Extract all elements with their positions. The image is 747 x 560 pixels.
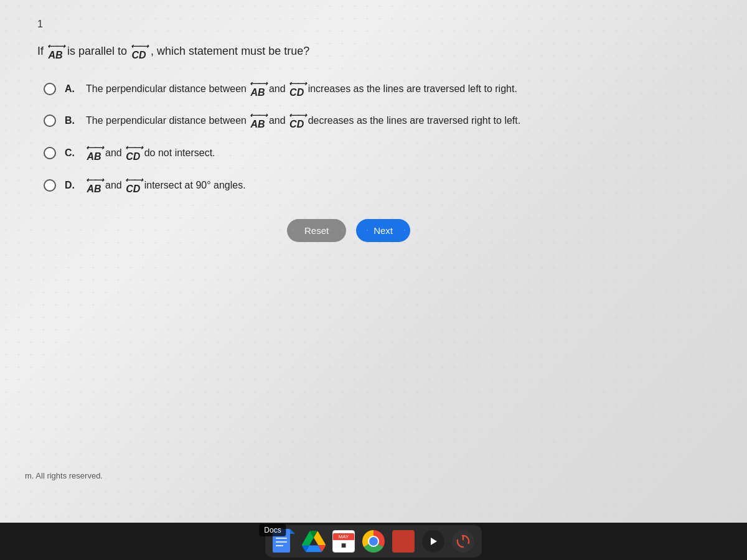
opt-b-line-cd: ⟵⟶ CD [289, 111, 305, 130]
option-label-b: B. [65, 115, 77, 126]
play-svg [428, 536, 438, 546]
chrome-icon [362, 530, 385, 553]
main-content: 1 If ⟵⟶ AB is parallel to ⟵⟶ CD , which … [0, 0, 747, 523]
svg-marker-5 [431, 538, 437, 545]
docs-label: Docs [259, 524, 286, 536]
taskbar-icon-calendar[interactable]: MAY ■ [330, 528, 357, 555]
opt-c-after: do not intersect. [144, 147, 215, 159]
opt-b-line-ab: ⟵⟶ AB [250, 111, 266, 130]
options-container: A. The perpendicular distance between ⟵⟶… [44, 80, 710, 195]
opt-a-line-ab: ⟵⟶ AB [250, 80, 266, 98]
question-number-text: 1 [37, 19, 43, 29]
option-row-a: A. The perpendicular distance between ⟵⟶… [44, 80, 710, 98]
option-text-c: ⟵⟶ AB and ⟵⟶ CD do not intersect. [86, 144, 215, 162]
option-text-a: The perpendicular distance between ⟵⟶ AB… [86, 80, 517, 98]
svg-rect-3 [276, 541, 287, 543]
opt-a-before: The perpendicular distance between [86, 83, 247, 95]
copyright-text: m. All rights reserved. [25, 471, 103, 480]
taskbar-shelf: Docs MAY [265, 525, 482, 558]
opt-c-line-cd: ⟵⟶ CD [125, 144, 141, 162]
reset-button[interactable]: Reset [287, 219, 346, 242]
play-icon [422, 530, 444, 553]
calendar-month: MAY [339, 534, 349, 539]
taskbar-icon-docs[interactable]: Docs [270, 528, 298, 555]
opt-b-and: and [269, 115, 286, 126]
svg-marker-1 [290, 529, 295, 534]
calendar-day: ■ [341, 540, 346, 550]
radio-a[interactable] [44, 83, 56, 95]
arrow-cd-top: ⟵⟶ [131, 42, 147, 50]
option-row-d: D. ⟵⟶ AB and ⟵⟶ CD intersect at 90° angl… [44, 176, 710, 195]
buttons-row: Reset Next [37, 219, 710, 242]
question-text: If ⟵⟶ AB is parallel to ⟵⟶ CD , which st… [37, 42, 710, 61]
power-icon [452, 530, 474, 553]
option-row-b: B. The perpendicular distance between ⟵⟶… [44, 111, 710, 130]
opt-b-before: The perpendicular distance between [86, 115, 247, 126]
arrow-ab-top: ⟵⟶ [47, 42, 63, 50]
taskbar-icon-play[interactable] [420, 528, 447, 555]
radio-d[interactable] [44, 179, 56, 192]
question-number: 1 [37, 19, 710, 30]
next-button[interactable]: Next [356, 219, 410, 242]
calendar-icon: MAY ■ [332, 530, 355, 553]
option-label-c: C. [65, 147, 77, 159]
option-label-d: D. [65, 180, 77, 191]
taskbar-icon-power[interactable] [449, 528, 477, 555]
opt-d-and: and [105, 180, 122, 191]
svg-rect-2 [276, 538, 287, 539]
option-text-d: ⟵⟶ AB and ⟵⟶ CD intersect at 90° angles. [86, 176, 246, 195]
question-connector: is parallel to [67, 45, 127, 58]
cd-letters: CD [132, 50, 146, 61]
svg-rect-4 [276, 545, 283, 546]
taskbar-icon-chrome[interactable] [360, 528, 387, 555]
opt-a-after: increases as the lines are traversed lef… [308, 83, 517, 95]
option-label-a: A. [65, 83, 77, 95]
question-suffix: , which statement must be true? [151, 45, 309, 58]
opt-a-line-cd: ⟵⟶ CD [289, 80, 305, 98]
radio-c[interactable] [44, 147, 56, 159]
taskbar-icon-photos[interactable] [390, 528, 417, 555]
drive-svg-icon [302, 530, 326, 553]
power-svg [456, 534, 470, 548]
opt-c-line-ab: ⟵⟶ AB [86, 144, 102, 162]
opt-d-line-ab: ⟵⟶ AB [86, 176, 102, 195]
radio-b[interactable] [44, 114, 56, 127]
taskbar: Docs MAY [0, 523, 747, 560]
red-app-icon [392, 530, 415, 553]
ab-letters: AB [48, 50, 62, 61]
question-line-cd: ⟵⟶ CD [131, 42, 147, 61]
taskbar-icon-drive[interactable] [300, 528, 327, 555]
question-prefix: If [37, 45, 44, 58]
opt-b-after: decreases as the lines are traversed rig… [308, 115, 521, 126]
opt-c-and: and [105, 147, 122, 159]
question-line-ab: ⟵⟶ AB [47, 42, 63, 61]
option-text-b: The perpendicular distance between ⟵⟶ AB… [86, 111, 520, 130]
option-row-c: C. ⟵⟶ AB and ⟵⟶ CD do not intersect. [44, 144, 710, 162]
opt-d-after: intersect at 90° angles. [144, 180, 246, 191]
opt-a-and: and [269, 83, 286, 95]
opt-d-line-cd: ⟵⟶ CD [125, 176, 141, 195]
